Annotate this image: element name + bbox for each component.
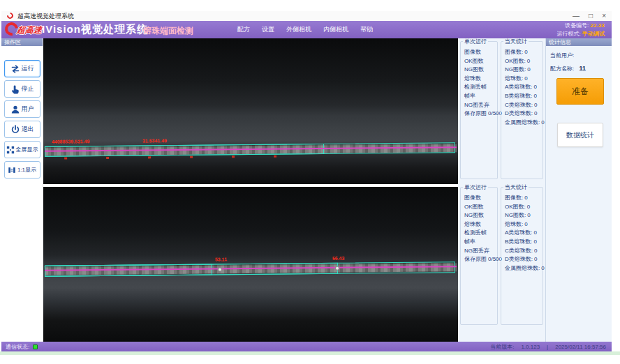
defect-annotation: 56.43 xyxy=(332,256,345,261)
stat-row: 保存原图0/500 xyxy=(461,255,497,264)
close-button[interactable]: × xyxy=(602,11,606,20)
os-title-bar: 超高速视觉处理系统 — □ × xyxy=(1,11,612,21)
window-title: 超高速视觉处理系统 xyxy=(17,12,74,21)
stat-row: NG图数 xyxy=(461,211,497,220)
fullscreen-button[interactable]: 全屏显示 xyxy=(4,141,40,158)
one-to-one-icon xyxy=(8,166,16,174)
maximize-button[interactable]: □ xyxy=(589,11,593,20)
brand-logo-text: 超高速 xyxy=(16,24,43,36)
measurement-tick xyxy=(106,157,109,159)
app-root: 超高速视觉处理系统 — □ × 超高速 IVision视觉处理系统 熔珠端面检测… xyxy=(0,0,620,364)
current-user-label: 当前用户: xyxy=(550,52,574,59)
stat-row: OK图数:0 xyxy=(501,57,542,66)
daily-stats-bottom: 当天统计 图像数:0 OK图数:0 NG图数:0 熔珠数:0 A类熔珠数:0 B… xyxy=(501,187,543,325)
single-run-stats-bottom: 单次运行 图像数 OK图数 NG图数 熔珠数 检测丢帧 帧率 NG图丢弃 保存原… xyxy=(460,187,498,325)
defect-annotation: 53.11 xyxy=(215,257,227,261)
stat-row: C类熔珠数:0 xyxy=(501,101,542,110)
info-panel: 统计信息 当前用户: 配方名称: 11 准备 数据统计 xyxy=(545,38,612,342)
datetime: 2025/02/11 16:57:56 xyxy=(555,344,606,350)
info-panel-header: 统计信息 xyxy=(546,38,612,46)
stat-row: OK图数:0 xyxy=(501,203,542,212)
stat-row: 图像数 xyxy=(461,48,497,57)
hand-stop-icon xyxy=(10,84,20,94)
data-statistics-button[interactable]: 数据统计 xyxy=(557,123,603,147)
stat-row: 熔珠数 xyxy=(461,75,497,84)
single-run-stats-top: 单次运行 图像数 OK图数 NG图数 熔珠数 检测丢帧 帧率 NG图丢弃 保存原… xyxy=(460,41,498,179)
measurement-annotation: 31.5341.49 xyxy=(142,138,167,143)
minimize-button[interactable]: — xyxy=(573,11,580,20)
stat-row: 图像数:0 xyxy=(501,48,542,57)
stat-row: A类熔珠数:0 xyxy=(501,229,542,238)
stat-row: NG图丢弃 xyxy=(461,247,497,256)
measurement-tick xyxy=(64,158,67,160)
measurement-tick xyxy=(274,156,276,158)
app-logo-icon xyxy=(6,11,15,20)
stat-row: D类熔珠数:0 xyxy=(501,255,542,264)
operation-sidebar: 操作区 运行 停止 用户 xyxy=(1,38,43,342)
menu-item-recipe[interactable]: 配方 xyxy=(237,25,250,34)
stat-row: NG图数 xyxy=(461,66,497,75)
stat-row: 熔珠数:0 xyxy=(501,75,542,84)
one-to-one-button[interactable]: 1:1显示 xyxy=(4,161,40,179)
comm-status-indicator xyxy=(33,344,38,349)
stat-row: 帧率 xyxy=(461,238,497,247)
stat-row: 检测丢帧 xyxy=(461,229,497,238)
sidebar-header: 操作区 xyxy=(1,38,43,46)
user-icon xyxy=(10,105,20,114)
stat-row: D类熔珠数:0 xyxy=(501,109,542,119)
menu-item-help[interactable]: 帮助 xyxy=(360,25,373,34)
menu-item-inner-camera[interactable]: 内侧相机 xyxy=(323,25,348,34)
fullscreen-grid-icon xyxy=(6,146,15,154)
exit-button[interactable]: 退出 xyxy=(4,121,40,138)
recipe-name-value: 11 xyxy=(579,65,586,72)
stat-row: OK图数 xyxy=(461,57,497,66)
stat-row: NG图数:0 xyxy=(501,66,542,75)
measurement-tick xyxy=(190,156,193,158)
camera-view-bottom: 53.11 56.43 xyxy=(43,187,458,342)
recipe-name-label: 配方名称: xyxy=(550,66,574,72)
stat-row: 熔珠数:0 xyxy=(501,220,542,229)
stat-row: 检测丢帧 xyxy=(461,83,497,92)
menu-item-outer-camera[interactable]: 外侧相机 xyxy=(286,25,311,34)
weld-bead-strip-bottom: 53.11 56.43 xyxy=(45,260,457,278)
app-header: 超高速 IVision视觉处理系统 熔珠端面检测 配方 设置 外侧相机 内侧相机… xyxy=(1,21,612,38)
run-mode-value: 手动调试 xyxy=(582,31,605,37)
device-id-value: 22-33 xyxy=(591,22,605,29)
stat-row: A类熔珠数:0 xyxy=(501,83,542,92)
app-title: IVision视觉处理系统 xyxy=(42,23,148,36)
run-button[interactable]: 运行 xyxy=(4,60,40,77)
menu-item-settings[interactable]: 设置 xyxy=(262,25,274,34)
stat-row: 帧率 xyxy=(461,92,497,101)
device-info: 设备编号: 22-33 运行模式: 手动调试 xyxy=(557,22,605,38)
status-bar: 通信状态: 当前版本: 1.0.123 | 2025/02/11 16:57:5… xyxy=(1,342,612,351)
weld-bead-strip-top: 44088539.531.49 31.5341.49 xyxy=(45,141,457,158)
user-button[interactable]: 用户 xyxy=(4,100,40,118)
run-mode-label: 运行模式: xyxy=(557,31,581,37)
stat-row: OK图数 xyxy=(461,203,497,212)
stat-row: NG图丢弃 xyxy=(461,101,497,110)
power-icon xyxy=(10,125,20,135)
stat-row: B类熔珠数:0 xyxy=(501,92,542,101)
main-menu: 配方 设置 外侧相机 内侧相机 帮助 xyxy=(237,21,373,38)
separator: | xyxy=(547,344,548,350)
stat-row: C类熔珠数:0 xyxy=(501,247,542,256)
prepare-button[interactable]: 准备 xyxy=(556,78,604,105)
version-value: 1.0.123 xyxy=(521,344,540,350)
statistics-column: 单次运行 图像数 OK图数 NG图数 熔珠数 检测丢帧 帧率 NG图丢弃 保存原… xyxy=(458,38,545,342)
app-subtitle: 熔珠端面检测 xyxy=(143,25,193,37)
run-icon xyxy=(10,64,20,74)
stop-button[interactable]: 停止 xyxy=(4,80,40,98)
stat-row: 保存原图0/500 xyxy=(461,109,497,119)
stat-row: B类熔珠数:0 xyxy=(501,238,542,247)
stat-row: 金属圈熔珠数:0 xyxy=(501,264,542,273)
camera-view-top: 44088539.531.49 31.5341.49 xyxy=(43,38,458,184)
measurement-tick xyxy=(148,156,151,158)
measurement-tick xyxy=(232,156,235,158)
device-id-label: 设备编号: xyxy=(565,22,589,29)
stat-row: 金属圈熔珠数:0 xyxy=(501,119,542,128)
stat-row: NG图数:0 xyxy=(501,211,542,220)
taskbar-strip xyxy=(0,351,620,355)
stat-row: 图像数 xyxy=(461,194,497,203)
measurement-annotation: 44088539.531.49 xyxy=(52,139,90,144)
comm-status-label: 通信状态: xyxy=(6,343,29,351)
